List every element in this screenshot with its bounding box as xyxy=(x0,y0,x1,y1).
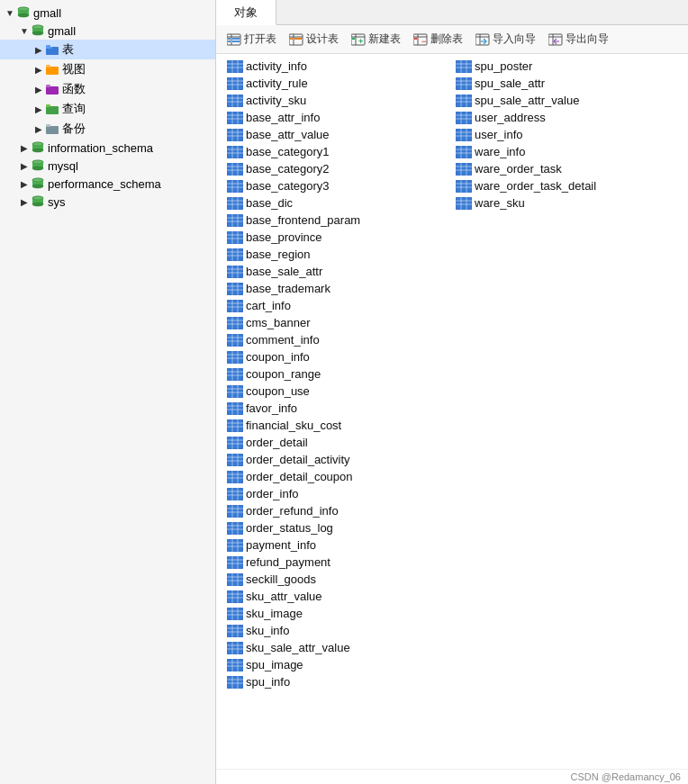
svg-rect-41 xyxy=(232,41,240,42)
table-row[interactable]: coupon_info xyxy=(223,348,452,365)
table-row[interactable]: sku_sale_attr_value xyxy=(223,639,452,656)
toolbar: 打开表 设计表 + 新建表 xyxy=(216,25,688,54)
table-row[interactable]: order_refund_info xyxy=(223,502,452,519)
table-row[interactable]: seckill_goods xyxy=(223,571,452,588)
gmall-db-item[interactable]: ▼ gmall xyxy=(0,22,215,40)
table-row[interactable]: spu_image xyxy=(223,656,452,673)
export-wizard-button[interactable]: 导出向导 xyxy=(543,30,614,49)
svg-rect-75 xyxy=(227,77,243,90)
svg-rect-200 xyxy=(227,368,243,381)
root-expand-arrow: ▼ xyxy=(4,6,16,19)
table-row[interactable]: spu_poster xyxy=(452,58,681,75)
table-row[interactable]: sku_attr_value xyxy=(223,588,452,605)
table-row[interactable]: ware_order_task xyxy=(452,160,681,177)
design-table-button[interactable]: 设计表 xyxy=(284,30,344,49)
table-row[interactable]: cms_banner xyxy=(223,314,452,331)
mysql-item[interactable]: ▶ mysql xyxy=(0,157,215,175)
table-row[interactable]: sku_info xyxy=(223,622,452,639)
root-gmall-item[interactable]: ▼ gmall xyxy=(0,4,215,22)
export-wizard-label: 导出向导 xyxy=(566,32,609,47)
svg-rect-85 xyxy=(227,95,243,107)
table-row[interactable]: user_address xyxy=(452,109,681,126)
table-row[interactable]: order_detail_activity xyxy=(223,451,452,468)
views-folder-icon xyxy=(45,62,59,77)
table-row[interactable]: coupon_range xyxy=(223,365,452,383)
table-row[interactable]: sku_image xyxy=(223,605,452,622)
table-row[interactable]: coupon_use xyxy=(223,383,452,400)
table-row[interactable]: base_sale_attr xyxy=(223,263,452,280)
svg-rect-45 xyxy=(290,38,293,40)
table-row[interactable]: base_category1 xyxy=(223,143,452,160)
table-row[interactable]: favor_info xyxy=(223,400,452,417)
sys-label: sys xyxy=(48,195,66,209)
table-row[interactable]: base_attr_value xyxy=(223,126,452,143)
table-row[interactable]: comment_info xyxy=(223,331,452,348)
svg-rect-140 xyxy=(456,180,472,193)
table-row[interactable]: base_frontend_param xyxy=(223,212,452,229)
table-row[interactable]: activity_rule xyxy=(223,75,452,92)
table-row[interactable]: base_region xyxy=(223,246,452,263)
table-row[interactable]: refund_payment xyxy=(223,554,452,571)
open-table-button[interactable]: 打开表 xyxy=(222,30,282,49)
table-row[interactable]: spu_sale_attr_value xyxy=(452,92,681,109)
svg-text:−: − xyxy=(421,37,426,46)
table-row[interactable]: base_category3 xyxy=(223,177,452,194)
table-row[interactable]: cart_info xyxy=(223,297,452,314)
table-row[interactable]: order_status_log xyxy=(223,519,452,536)
tab-objects[interactable]: 对象 xyxy=(216,0,276,25)
footer-watermark: CSDN @Redamancy_06 xyxy=(216,769,688,784)
svg-rect-245 xyxy=(227,522,243,535)
info-schema-item[interactable]: ▶ information_schema xyxy=(0,139,215,157)
svg-rect-10 xyxy=(46,45,50,48)
table-row[interactable]: ware_info xyxy=(452,143,681,160)
table-row[interactable]: base_province xyxy=(223,229,452,246)
table-row[interactable]: financial_sku_cost xyxy=(223,417,452,434)
svg-point-34 xyxy=(32,196,43,200)
backups-folder[interactable]: ▶ 备份 xyxy=(0,119,215,139)
table-row[interactable]: spu_sale_attr xyxy=(452,75,681,92)
queries-expand-arrow: ▶ xyxy=(32,103,45,115)
svg-rect-190 xyxy=(227,334,243,347)
info-schema-db-icon xyxy=(31,140,45,155)
root-db-icon xyxy=(16,5,31,20)
import-wizard-button[interactable]: 导入向导 xyxy=(470,30,541,49)
table-row[interactable]: order_detail xyxy=(223,434,452,451)
table-row[interactable]: spu_info xyxy=(223,673,452,690)
table-row[interactable]: base_attr_info xyxy=(223,109,452,126)
table-row[interactable]: order_detail_coupon xyxy=(223,468,452,485)
table-row[interactable]: order_info xyxy=(223,485,452,502)
table-row[interactable]: ware_order_task_detail xyxy=(452,177,681,194)
table-row[interactable]: ware_sku xyxy=(452,194,681,212)
delete-table-button[interactable]: − 删除表 xyxy=(408,30,468,49)
gmall-label: gmall xyxy=(48,24,76,38)
sys-item[interactable]: ▶ sys xyxy=(0,193,215,211)
svg-rect-175 xyxy=(227,283,243,295)
table-row[interactable]: activity_info xyxy=(223,58,452,75)
svg-rect-270 xyxy=(227,608,243,620)
root-gmall-label: gmall xyxy=(33,6,61,20)
new-table-button[interactable]: + 新建表 xyxy=(346,30,406,49)
table-row[interactable]: base_dic xyxy=(223,194,452,212)
table-row[interactable]: payment_info xyxy=(223,536,452,554)
perf-schema-item[interactable]: ▶ performance_schema xyxy=(0,175,215,193)
backups-expand-arrow: ▶ xyxy=(32,122,45,135)
table-row[interactable]: base_category2 xyxy=(223,160,452,177)
svg-rect-50 xyxy=(352,38,355,40)
svg-point-3 xyxy=(18,7,29,11)
svg-rect-17 xyxy=(46,126,59,134)
views-folder[interactable]: ▶ 视图 xyxy=(0,59,215,79)
mysql-label: mysql xyxy=(48,159,78,173)
perf-schema-db-icon xyxy=(31,176,45,191)
svg-rect-100 xyxy=(456,112,472,124)
table-row[interactable]: user_info xyxy=(452,126,681,143)
functions-folder[interactable]: ▶ 函数 xyxy=(0,79,215,99)
svg-rect-275 xyxy=(227,625,243,637)
table-row[interactable]: activity_sku xyxy=(223,92,452,109)
table-row[interactable]: base_trademark xyxy=(223,280,452,297)
svg-point-26 xyxy=(32,160,43,164)
queries-folder[interactable]: ▶ 查询 xyxy=(0,99,215,119)
tables-folder[interactable]: ▶ 表 xyxy=(0,40,215,59)
svg-rect-46 xyxy=(294,38,302,40)
watermark-text: CSDN @Redamancy_06 xyxy=(571,771,681,782)
sys-expand-arrow: ▶ xyxy=(18,195,31,208)
